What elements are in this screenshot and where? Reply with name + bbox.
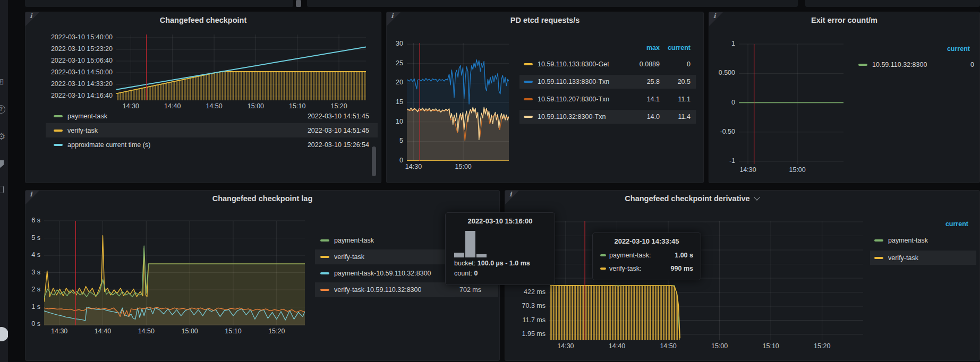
legend-item[interactable]: 10.59.110.32:8300 0	[853, 58, 977, 72]
series-color-dash	[524, 81, 533, 83]
panel-exit-error-count: i Exit error count/m 10.5000-0.50-114:30…	[709, 12, 980, 183]
shield-icon[interactable]	[0, 160, 4, 168]
series-color-dash	[524, 116, 533, 118]
panel-pd-etcd-requests: i PD etcd requests/s 30252015105014:3015…	[386, 12, 704, 183]
legend: max current 10.59.110.133:8300-Get 0.088…	[519, 42, 696, 124]
panel-info-icon[interactable]: i	[25, 191, 39, 204]
legend-header-current[interactable]: current	[945, 220, 968, 228]
legend-header-current[interactable]: current	[947, 45, 970, 53]
legend-item[interactable]: verify-task	[870, 251, 976, 265]
panel-title[interactable]: PD etcd requests/s	[403, 16, 687, 24]
tooltip-timestamp: 2022-03-10 15:16:00	[446, 213, 555, 225]
series-color-dash	[524, 98, 533, 100]
apps-grid-icon[interactable]: ⊞	[0, 77, 4, 85]
series-color-dash	[54, 144, 63, 146]
exit-error-chart[interactable]: 10.5000-0.50-114:3015:00	[712, 44, 846, 175]
tooltip-lag-bucket: 2022-03-10 15:16:00 bucket: 100.0 µs - 1…	[445, 212, 555, 285]
pd-etcd-chart[interactable]: 30252015105014:3015:00	[391, 43, 512, 170]
series-color-dash	[320, 239, 329, 242]
series-color-dash	[54, 115, 63, 117]
bucket-histogram	[454, 230, 487, 257]
gear-icon[interactable]: ⚙	[0, 133, 5, 141]
panel-title[interactable]: Changefeed checkpoint lag	[41, 194, 483, 203]
legend-item[interactable]: verify-task 2022-03-10 14:51:45	[46, 123, 378, 137]
tooltip-series-row: payment-task: 1.00 s	[600, 252, 693, 259]
tooltip-count-line: count: 0	[454, 270, 478, 277]
legend-header-max[interactable]: max	[625, 44, 660, 51]
series-color-dash	[858, 64, 867, 66]
lag-chart[interactable]: 6 s5 s4 s3 s2 s1 s0 s14:3014:4014:5015:0…	[28, 221, 308, 337]
legend-item[interactable]: 10.59.110.207:8300-Txn 14.1 11.1	[519, 92, 696, 106]
tooltip-series-row: verify-task: 990 ms	[600, 265, 693, 272]
panel-above-middle	[307, 0, 798, 7]
tooltip-derivative: 2022-03-10 14:33:45 payment-task: 1.00 s…	[592, 232, 701, 280]
chevron-down-icon	[754, 194, 760, 200]
panel-info-icon[interactable]: i	[709, 12, 723, 26]
series-color-dash	[874, 257, 883, 259]
panel-title[interactable]: Changefeed checkpoint	[41, 16, 365, 24]
legend-scrollbar[interactable]	[372, 146, 376, 176]
panel-above-left	[25, 0, 293, 7]
legend-item[interactable]: payment-task	[870, 233, 976, 247]
series-color-dash	[320, 272, 329, 274]
legend-item[interactable]: 10.59.110.133:8300-Txn 25.8 20.5	[519, 75, 696, 89]
series-color-dash	[600, 254, 606, 256]
panel-above-right	[805, 0, 980, 7]
series-color-dash	[54, 130, 63, 132]
series-color-dash	[320, 256, 329, 258]
panel-title[interactable]: Exit error count/m	[725, 16, 964, 24]
server-icon[interactable]	[0, 186, 4, 193]
legend: current 10.59.110.32:8300 0	[853, 43, 977, 72]
series-color-dash	[874, 239, 883, 242]
grafana-dashboard: ⊞ ? ⚙ i Changefeed checkpoint 2022-03-10…	[0, 0, 980, 362]
series-color-dash	[524, 63, 533, 65]
panel-info-icon[interactable]: i	[387, 12, 400, 26]
side-menu[interactable]: ⊞ ? ⚙	[0, 0, 8, 362]
tooltip-timestamp: 2022-03-10 14:33:45	[593, 233, 701, 245]
legend: current payment-task verify-task	[870, 218, 976, 265]
checkpoint-chart[interactable]: 2022-03-10 15:40:002022-03-10 15:23:2020…	[50, 35, 369, 109]
legend-item[interactable]: 10.59.110.133:8300-Get 0.0889 0	[519, 57, 696, 71]
legend-item[interactable]: approximate current time (s) 2022-03-10 …	[46, 137, 378, 152]
series-color-dash	[600, 268, 606, 270]
panel-changefeed-checkpoint: i Changefeed checkpoint 2022-03-10 15:40…	[25, 12, 381, 183]
legend-item[interactable]: 10.59.110.32:8300-Txn 14.0 11.4	[519, 110, 696, 124]
panel-changefeed-checkpoint-derivative: i Changefeed checkpoint derivative 422 m…	[505, 190, 980, 361]
scrollbar-handle[interactable]	[296, 0, 301, 7]
panel-info-icon[interactable]: i	[25, 12, 39, 26]
legend-item[interactable]: payment-task 2022-03-10 14:51:45	[46, 109, 378, 123]
tooltip-bucket-line: bucket: 100.0 µs - 1.0 ms	[454, 260, 530, 267]
series-color-dash	[320, 289, 329, 291]
avatar[interactable]	[0, 327, 8, 341]
legend-header-current[interactable]: current	[660, 44, 691, 51]
legend: payment-task 2022-03-10 14:51:45 verify-…	[46, 109, 378, 152]
panel-changefeed-checkpoint-lag: i Changefeed checkpoint lag 6 s5 s4 s3 s…	[25, 190, 500, 361]
help-icon[interactable]: ?	[0, 105, 5, 114]
panel-title[interactable]: Changefeed checkpoint derivative	[505, 194, 879, 203]
